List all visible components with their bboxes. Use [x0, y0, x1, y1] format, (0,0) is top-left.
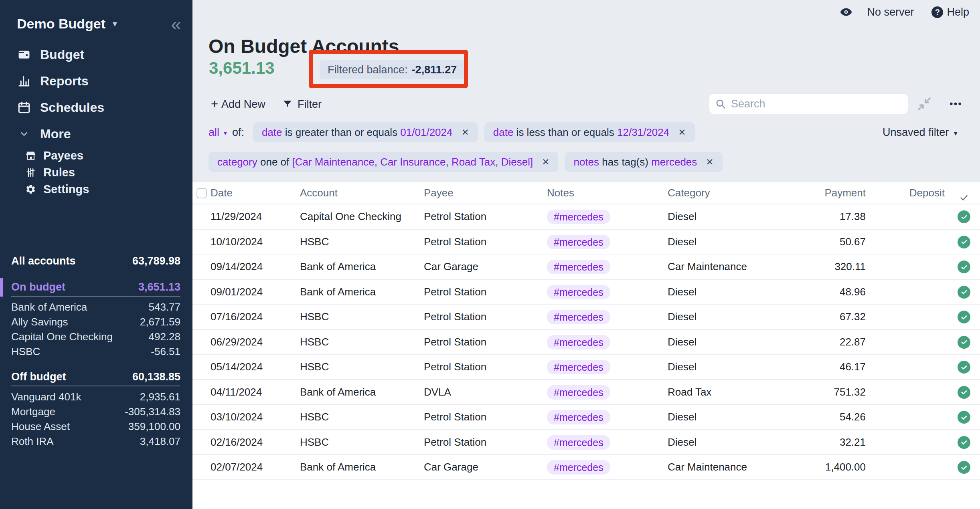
account-item[interactable]: House Asset359,100.00: [0, 419, 192, 434]
more-menu-icon[interactable]: [949, 97, 962, 111]
sidebar-item-budget[interactable]: Budget: [0, 41, 192, 68]
cell-cleared[interactable]: [958, 430, 970, 455]
filter-button[interactable]: Filter: [282, 97, 322, 111]
account-item[interactable]: Ally Savings2,671.59: [0, 315, 192, 329]
sidebar: Demo Budget ▼ « Budget Reports S: [0, 0, 192, 509]
unsaved-filter-menu[interactable]: Unsaved filter ▼: [883, 126, 958, 139]
note-tag[interactable]: #mercedes: [547, 435, 610, 450]
filter-chip[interactable]: category one of [Car Maintenance, Car In…: [209, 152, 558, 172]
collapse-sidebar-icon[interactable]: «: [171, 18, 181, 30]
select-all-checkbox[interactable]: [196, 188, 207, 198]
wallet-icon: [17, 47, 31, 62]
cell-category: Diesel: [668, 230, 697, 254]
all-accounts-row[interactable]: All accounts 63,789.98: [0, 252, 192, 269]
filtered-balance-value: -2,811.27: [412, 64, 457, 76]
match-caret-icon[interactable]: ▼: [223, 130, 228, 136]
cell-cleared[interactable]: [958, 380, 970, 405]
note-tag[interactable]: #mercedes: [547, 210, 610, 224]
cell-payment: 17.38: [840, 204, 866, 228]
filter-chip[interactable]: date is less than or equals 12/31/2024✕: [484, 122, 695, 142]
note-tag[interactable]: #mercedes: [547, 410, 610, 424]
account-group-header[interactable]: Off budget60,138.85: [11, 368, 180, 386]
sliders-icon: [25, 167, 36, 178]
sidebar-item-settings[interactable]: Settings: [0, 181, 192, 198]
column-header-notes[interactable]: Notes: [547, 182, 574, 204]
account-group-header[interactable]: On budget3,651.13: [11, 278, 180, 297]
table-row[interactable]: 09/01/2024Bank of AmericaPetrol Station#…: [192, 280, 980, 305]
remove-filter-icon[interactable]: ✕: [542, 157, 549, 168]
match-mode-value[interactable]: all: [209, 126, 219, 139]
sidebar-item-payees[interactable]: Payees: [0, 147, 192, 164]
filter-chip[interactable]: date is greater than or equals 01/01/202…: [253, 122, 478, 142]
budget-switcher[interactable]: Demo Budget ▼ «: [17, 16, 181, 32]
budget-name[interactable]: Demo Budget: [17, 16, 105, 32]
cell-cleared[interactable]: [958, 405, 970, 430]
cell-account: Capital One Checking: [300, 204, 401, 228]
cell-cleared[interactable]: [958, 280, 970, 305]
sidebar-item-rules[interactable]: Rules: [0, 164, 192, 181]
cell-cleared[interactable]: [958, 230, 970, 254]
column-header-payee[interactable]: Payee: [424, 182, 454, 204]
table-row[interactable]: 07/16/2024HSBCPetrol Station#mercedesDie…: [192, 305, 980, 330]
search-input[interactable]: [730, 97, 902, 111]
cell-cleared[interactable]: [958, 254, 970, 279]
cell-payment: 1,400.00: [825, 455, 866, 479]
privacy-eye-icon[interactable]: [840, 6, 852, 18]
note-tag[interactable]: #mercedes: [547, 235, 610, 249]
add-new-button[interactable]: + Add New: [211, 97, 265, 111]
cell-category: Road Tax: [668, 380, 711, 404]
store-icon: [25, 150, 36, 161]
table-row[interactable]: 06/29/2024HSBCPetrol Station#mercedesDie…: [192, 330, 980, 355]
note-tag[interactable]: #mercedes: [547, 285, 610, 299]
cell-cleared[interactable]: [958, 355, 970, 380]
note-tag[interactable]: #mercedes: [547, 360, 610, 374]
account-item[interactable]: Mortgage-305,314.83: [0, 404, 192, 419]
note-tag[interactable]: #mercedes: [547, 335, 610, 349]
table-row[interactable]: 11/29/2024Capital One CheckingPetrol Sta…: [192, 204, 980, 230]
gear-icon: [25, 184, 36, 195]
table-row[interactable]: 10/10/2024HSBCPetrol Station#mercedesDie…: [192, 230, 980, 255]
account-item[interactable]: Bank of America543.77: [0, 300, 192, 315]
account-item[interactable]: Roth IRA3,418.07: [0, 434, 192, 449]
cell-notes: #mercedes: [547, 235, 610, 249]
column-header-category[interactable]: Category: [668, 182, 710, 204]
remove-filter-icon[interactable]: ✕: [706, 157, 713, 168]
cell-payment: 67.32: [840, 305, 866, 329]
column-header-cleared[interactable]: [957, 182, 971, 204]
cell-cleared[interactable]: [958, 305, 970, 329]
sidebar-item-reports[interactable]: Reports: [0, 68, 192, 94]
cell-cleared[interactable]: [958, 204, 970, 229]
sidebar-item-schedules[interactable]: Schedules: [0, 94, 192, 121]
table-row[interactable]: 03/10/2024HSBCPetrol Station#mercedesDie…: [192, 405, 980, 430]
search-box[interactable]: [709, 93, 908, 114]
cell-cleared[interactable]: [958, 330, 970, 355]
help-button[interactable]: ? Help: [931, 6, 969, 18]
filter-chip[interactable]: notes has tag(s) mercedes✕: [565, 152, 722, 172]
account-name: Roth IRA: [11, 435, 54, 448]
table-row[interactable]: 09/14/2024Bank of AmericaCar Garage#merc…: [192, 254, 980, 280]
account-item[interactable]: HSBC-56.51: [0, 344, 192, 359]
column-header-deposit[interactable]: Deposit: [909, 182, 945, 204]
table-row[interactable]: 02/07/2024Bank of AmericaCar Garage#merc…: [192, 455, 980, 480]
note-tag[interactable]: #mercedes: [547, 460, 610, 475]
column-header-account[interactable]: Account: [300, 182, 338, 204]
account-item[interactable]: Capital One Checking492.28: [0, 329, 192, 344]
server-status[interactable]: No server: [867, 6, 914, 18]
remove-filter-icon[interactable]: ✕: [462, 127, 469, 138]
column-header-payment[interactable]: Payment: [824, 182, 866, 204]
app-window: Demo Budget ▼ « Budget Reports S: [0, 0, 980, 509]
sidebar-item-more[interactable]: More: [0, 121, 192, 147]
cell-cleared[interactable]: [958, 455, 970, 480]
column-header-date[interactable]: Date: [211, 182, 233, 204]
cell-date: 11/29/2024: [211, 204, 262, 228]
collapse-transactions-icon[interactable]: [917, 96, 932, 111]
note-tag[interactable]: #mercedes: [547, 260, 610, 274]
note-tag[interactable]: #mercedes: [547, 385, 610, 400]
table-row[interactable]: 05/14/2024HSBCPetrol Station#mercedesDie…: [192, 355, 980, 380]
table-row[interactable]: 02/16/2024HSBCPetrol Station#mercedesDie…: [192, 430, 980, 455]
account-item[interactable]: Vanguard 401k2,935.61: [0, 390, 192, 404]
account-balance: 2,935.61: [140, 391, 180, 403]
remove-filter-icon[interactable]: ✕: [678, 127, 686, 138]
table-row[interactable]: 04/11/2024Bank of AmericaDVLA#mercedesRo…: [192, 380, 980, 405]
note-tag[interactable]: #mercedes: [547, 310, 610, 324]
